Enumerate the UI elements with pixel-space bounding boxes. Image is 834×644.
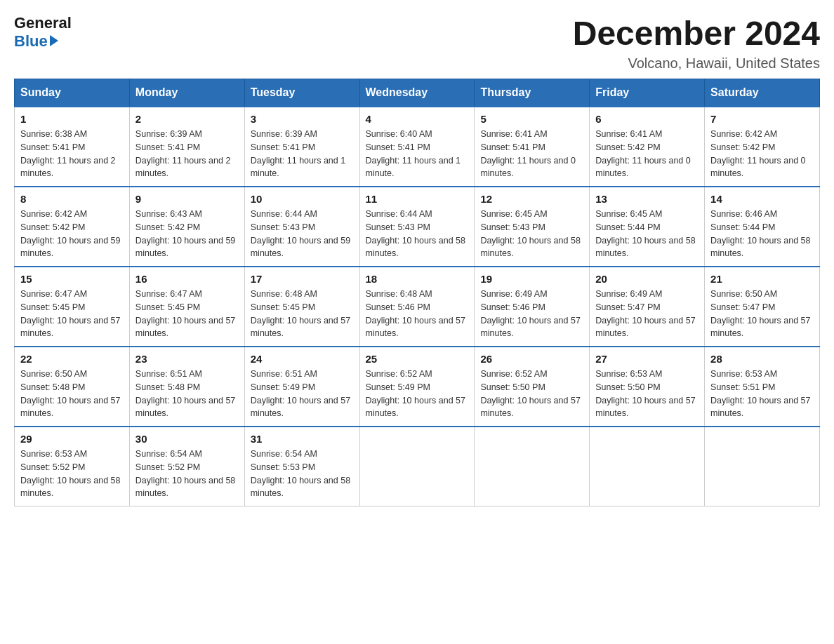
day-info: Sunrise: 6:41 AM Sunset: 5:42 PM Dayligh… <box>595 128 699 180</box>
calendar-cell: 30 Sunrise: 6:54 AM Sunset: 5:52 PM Dayl… <box>129 427 244 507</box>
day-number: 29 <box>20 433 124 445</box>
calendar-cell: 22 Sunrise: 6:50 AM Sunset: 5:48 PM Dayl… <box>15 347 130 427</box>
calendar-cell: 6 Sunrise: 6:41 AM Sunset: 5:42 PM Dayli… <box>590 107 705 187</box>
calendar-cell <box>590 427 705 507</box>
day-number: 3 <box>251 113 354 125</box>
day-number: 31 <box>251 433 354 445</box>
calendar-week-2: 8 Sunrise: 6:42 AM Sunset: 5:42 PM Dayli… <box>15 187 820 267</box>
day-number: 9 <box>135 193 239 205</box>
calendar-week-5: 29 Sunrise: 6:53 AM Sunset: 5:52 PM Dayl… <box>15 427 820 507</box>
day-number: 4 <box>366 113 469 125</box>
calendar-cell: 28 Sunrise: 6:53 AM Sunset: 5:51 PM Dayl… <box>705 347 820 427</box>
day-info: Sunrise: 6:43 AM Sunset: 5:42 PM Dayligh… <box>135 208 239 260</box>
day-info: Sunrise: 6:42 AM Sunset: 5:42 PM Dayligh… <box>710 128 814 180</box>
calendar-cell: 10 Sunrise: 6:44 AM Sunset: 5:43 PM Dayl… <box>244 187 359 267</box>
calendar-week-1: 1 Sunrise: 6:38 AM Sunset: 5:41 PM Dayli… <box>15 107 820 187</box>
calendar-table: SundayMondayTuesdayWednesdayThursdayFrid… <box>14 79 820 507</box>
day-info: Sunrise: 6:48 AM Sunset: 5:46 PM Dayligh… <box>366 288 469 340</box>
calendar-cell: 23 Sunrise: 6:51 AM Sunset: 5:48 PM Dayl… <box>129 347 244 427</box>
day-header-sunday: Sunday <box>15 79 130 107</box>
day-number: 30 <box>135 433 239 445</box>
day-number: 13 <box>595 193 699 205</box>
day-info: Sunrise: 6:53 AM Sunset: 5:52 PM Dayligh… <box>20 448 124 500</box>
day-info: Sunrise: 6:54 AM Sunset: 5:52 PM Dayligh… <box>135 448 239 500</box>
day-number: 11 <box>366 193 469 205</box>
day-number: 28 <box>710 353 814 365</box>
day-info: Sunrise: 6:49 AM Sunset: 5:46 PM Dayligh… <box>480 288 583 340</box>
day-number: 22 <box>20 353 124 365</box>
day-info: Sunrise: 6:52 AM Sunset: 5:49 PM Dayligh… <box>366 368 469 420</box>
day-header-friday: Friday <box>590 79 705 107</box>
calendar-cell <box>705 427 820 507</box>
calendar-cell: 12 Sunrise: 6:45 AM Sunset: 5:43 PM Dayl… <box>475 187 590 267</box>
calendar-cell: 19 Sunrise: 6:49 AM Sunset: 5:46 PM Dayl… <box>475 267 590 347</box>
day-info: Sunrise: 6:53 AM Sunset: 5:51 PM Dayligh… <box>710 368 814 420</box>
calendar-cell: 21 Sunrise: 6:50 AM Sunset: 5:47 PM Dayl… <box>705 267 820 347</box>
day-info: Sunrise: 6:46 AM Sunset: 5:44 PM Dayligh… <box>710 208 814 260</box>
calendar-cell: 9 Sunrise: 6:43 AM Sunset: 5:42 PM Dayli… <box>129 187 244 267</box>
day-info: Sunrise: 6:51 AM Sunset: 5:48 PM Dayligh… <box>135 368 239 420</box>
calendar-week-3: 15 Sunrise: 6:47 AM Sunset: 5:45 PM Dayl… <box>15 267 820 347</box>
day-number: 20 <box>595 273 699 285</box>
calendar-cell: 16 Sunrise: 6:47 AM Sunset: 5:45 PM Dayl… <box>129 267 244 347</box>
day-info: Sunrise: 6:53 AM Sunset: 5:50 PM Dayligh… <box>595 368 699 420</box>
day-number: 12 <box>480 193 583 205</box>
logo-general-text: General <box>14 14 72 32</box>
day-number: 1 <box>20 113 124 125</box>
day-header-tuesday: Tuesday <box>244 79 359 107</box>
logo-blue-text: Blue <box>14 32 58 51</box>
day-info: Sunrise: 6:47 AM Sunset: 5:45 PM Dayligh… <box>20 288 124 340</box>
day-info: Sunrise: 6:50 AM Sunset: 5:47 PM Dayligh… <box>710 288 814 340</box>
logo-arrow-icon <box>50 35 58 46</box>
day-info: Sunrise: 6:45 AM Sunset: 5:44 PM Dayligh… <box>595 208 699 260</box>
calendar-cell: 26 Sunrise: 6:52 AM Sunset: 5:50 PM Dayl… <box>475 347 590 427</box>
day-number: 8 <box>20 193 124 205</box>
day-info: Sunrise: 6:41 AM Sunset: 5:41 PM Dayligh… <box>480 128 583 180</box>
day-number: 14 <box>710 193 814 205</box>
logo: General Blue <box>14 14 72 51</box>
day-info: Sunrise: 6:39 AM Sunset: 5:41 PM Dayligh… <box>251 128 354 180</box>
calendar-cell: 7 Sunrise: 6:42 AM Sunset: 5:42 PM Dayli… <box>705 107 820 187</box>
calendar-cell: 2 Sunrise: 6:39 AM Sunset: 5:41 PM Dayli… <box>129 107 244 187</box>
calendar-cell: 27 Sunrise: 6:53 AM Sunset: 5:50 PM Dayl… <box>590 347 705 427</box>
day-header-saturday: Saturday <box>705 79 820 107</box>
day-number: 15 <box>20 273 124 285</box>
day-info: Sunrise: 6:50 AM Sunset: 5:48 PM Dayligh… <box>20 368 124 420</box>
calendar-cell: 11 Sunrise: 6:44 AM Sunset: 5:43 PM Dayl… <box>359 187 475 267</box>
calendar-cell: 29 Sunrise: 6:53 AM Sunset: 5:52 PM Dayl… <box>15 427 130 507</box>
calendar-cell: 15 Sunrise: 6:47 AM Sunset: 5:45 PM Dayl… <box>15 267 130 347</box>
day-number: 17 <box>251 273 354 285</box>
day-number: 7 <box>710 113 814 125</box>
calendar-week-4: 22 Sunrise: 6:50 AM Sunset: 5:48 PM Dayl… <box>15 347 820 427</box>
calendar-subtitle: Volcano, Hawaii, United States <box>573 55 820 72</box>
calendar-header-row: SundayMondayTuesdayWednesdayThursdayFrid… <box>15 79 820 107</box>
day-info: Sunrise: 6:54 AM Sunset: 5:53 PM Dayligh… <box>251 448 354 500</box>
day-info: Sunrise: 6:39 AM Sunset: 5:41 PM Dayligh… <box>135 128 239 180</box>
calendar-cell: 17 Sunrise: 6:48 AM Sunset: 5:45 PM Dayl… <box>244 267 359 347</box>
calendar-cell: 4 Sunrise: 6:40 AM Sunset: 5:41 PM Dayli… <box>359 107 475 187</box>
day-number: 26 <box>480 353 583 365</box>
calendar-cell: 24 Sunrise: 6:51 AM Sunset: 5:49 PM Dayl… <box>244 347 359 427</box>
calendar-cell: 18 Sunrise: 6:48 AM Sunset: 5:46 PM Dayl… <box>359 267 475 347</box>
calendar-cell <box>475 427 590 507</box>
day-info: Sunrise: 6:49 AM Sunset: 5:47 PM Dayligh… <box>595 288 699 340</box>
day-number: 21 <box>710 273 814 285</box>
day-number: 10 <box>251 193 354 205</box>
calendar-cell <box>359 427 475 507</box>
day-number: 18 <box>366 273 469 285</box>
calendar-cell: 14 Sunrise: 6:46 AM Sunset: 5:44 PM Dayl… <box>705 187 820 267</box>
day-number: 5 <box>480 113 583 125</box>
day-number: 25 <box>366 353 469 365</box>
day-info: Sunrise: 6:48 AM Sunset: 5:45 PM Dayligh… <box>251 288 354 340</box>
day-info: Sunrise: 6:52 AM Sunset: 5:50 PM Dayligh… <box>480 368 583 420</box>
day-info: Sunrise: 6:38 AM Sunset: 5:41 PM Dayligh… <box>20 128 124 180</box>
day-info: Sunrise: 6:42 AM Sunset: 5:42 PM Dayligh… <box>20 208 124 260</box>
day-info: Sunrise: 6:51 AM Sunset: 5:49 PM Dayligh… <box>251 368 354 420</box>
day-info: Sunrise: 6:44 AM Sunset: 5:43 PM Dayligh… <box>251 208 354 260</box>
calendar-cell: 20 Sunrise: 6:49 AM Sunset: 5:47 PM Dayl… <box>590 267 705 347</box>
day-header-monday: Monday <box>129 79 244 107</box>
calendar-cell: 3 Sunrise: 6:39 AM Sunset: 5:41 PM Dayli… <box>244 107 359 187</box>
calendar-cell: 5 Sunrise: 6:41 AM Sunset: 5:41 PM Dayli… <box>475 107 590 187</box>
day-number: 24 <box>251 353 354 365</box>
day-header-wednesday: Wednesday <box>359 79 475 107</box>
